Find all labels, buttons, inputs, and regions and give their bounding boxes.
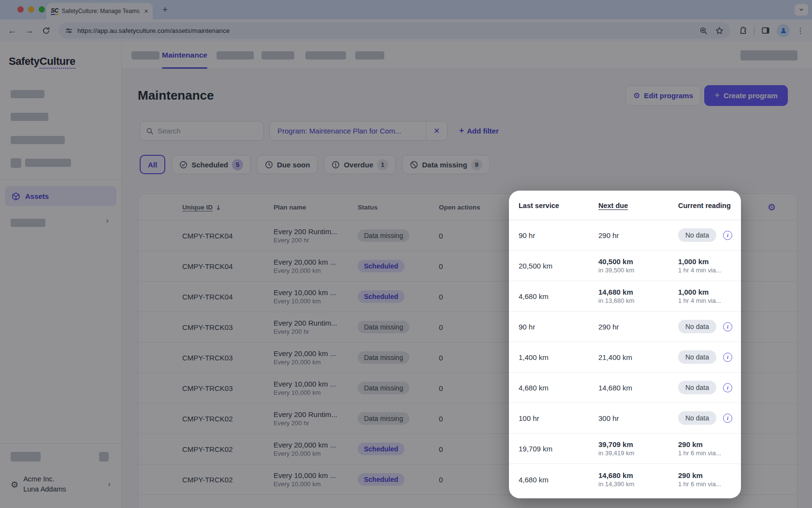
next-due-value: 40,500 km — [598, 257, 634, 266]
reading-value: 1,000 km — [678, 257, 732, 266]
no-data-badge: No data — [678, 320, 716, 333]
panel-row[interactable]: 19,709 km 39,709 km in 39,419 km 290 km … — [509, 433, 741, 464]
browser-window: SC SafetyCulture: Manage Teams and... × … — [0, 0, 812, 508]
no-data-badge: No data — [678, 350, 716, 364]
last-service-value: 4,680 km — [519, 475, 549, 483]
last-service-value: 90 hr — [519, 231, 535, 239]
next-due-cell: 290 hr — [598, 322, 619, 331]
panel-row[interactable]: 20,500 km 40,500 km in 39,500 km 1,000 k… — [509, 251, 741, 281]
current-reading-cell: No data i — [678, 350, 732, 364]
next-due-remaining: in 14,390 km — [598, 479, 634, 488]
reading-value: 1,000 km — [678, 287, 732, 297]
no-data-badge: No data — [678, 411, 716, 425]
info-icon[interactable]: i — [723, 414, 732, 423]
current-reading-cell: 290 km 1 hr 6 min via... — [678, 440, 732, 458]
panel-row[interactable]: 1,400 km 21,400 km No data i — [509, 342, 741, 373]
current-reading-cell: No data i — [678, 381, 732, 394]
reading-value: 290 km — [678, 440, 732, 449]
next-due-cell: 14,680 km in 13,680 km — [598, 287, 634, 305]
current-reading-cell: 1,000 km 1 hr 4 min via... — [678, 287, 732, 305]
last-service-value: 100 hr — [519, 414, 539, 422]
last-service-value: 19,709 km — [519, 445, 552, 453]
next-due-remaining: in 13,680 km — [598, 297, 634, 305]
next-due-cell: 39,709 km in 39,419 km — [598, 440, 634, 458]
column-header-next-due[interactable]: Next due — [598, 191, 628, 220]
next-due-value: 290 hr — [598, 231, 619, 240]
info-icon[interactable]: i — [723, 322, 732, 331]
current-reading-cell: 290 km 1 hr 6 min via... — [678, 470, 732, 488]
reading-columns-spotlight-panel: Last service Next due Current reading 90… — [509, 191, 741, 498]
next-due-cell: 14,680 km — [598, 383, 632, 392]
panel-header: Last service Next due Current reading — [509, 191, 741, 220]
column-header-last-service[interactable]: Last service — [519, 191, 559, 220]
info-icon[interactable]: i — [723, 383, 732, 392]
last-service-value: 4,680 km — [519, 384, 549, 392]
reading-value: 290 km — [678, 470, 732, 479]
reading-source: 1 hr 4 min via... — [678, 297, 732, 305]
next-due-value: 14,680 km — [598, 470, 634, 479]
info-icon[interactable]: i — [723, 353, 732, 362]
last-service-value: 90 hr — [519, 323, 535, 331]
panel-row[interactable]: 90 hr 290 hr No data i — [509, 312, 741, 342]
no-data-badge: No data — [678, 381, 716, 394]
panel-row[interactable]: 90 hr 290 hr No data i — [509, 220, 741, 251]
info-icon[interactable]: i — [723, 231, 732, 240]
next-due-cell: 300 hr — [598, 414, 619, 423]
next-due-value: 300 hr — [598, 414, 619, 423]
next-due-remaining: in 39,419 km — [598, 449, 634, 458]
next-due-value: 21,400 km — [598, 353, 632, 362]
current-reading-cell: No data i — [678, 228, 732, 242]
next-due-cell: 40,500 km in 39,500 km — [598, 257, 634, 275]
last-service-value: 4,680 km — [519, 292, 549, 300]
panel-row[interactable]: 100 hr 300 hr No data i — [509, 403, 741, 433]
next-due-cell: 290 hr — [598, 231, 619, 240]
next-due-value: 39,709 km — [598, 440, 634, 449]
panel-row[interactable]: 4,680 km 14,680 km in 13,680 km 1,000 km… — [509, 281, 741, 312]
no-data-badge: No data — [678, 228, 716, 242]
current-reading-cell: No data i — [678, 320, 732, 333]
next-due-value: 290 hr — [598, 322, 619, 331]
panel-body: 90 hr 290 hr No data i 20,500 km 40,500 … — [509, 220, 741, 494]
next-due-remaining: in 39,500 km — [598, 266, 634, 275]
next-due-cell: 14,680 km in 14,390 km — [598, 470, 634, 488]
reading-source: 1 hr 4 min via... — [678, 266, 732, 275]
panel-row[interactable]: 4,680 km 14,680 km No data i — [509, 373, 741, 403]
last-service-value: 20,500 km — [519, 262, 552, 270]
next-due-value: 14,680 km — [598, 287, 634, 297]
last-service-value: 1,400 km — [519, 353, 549, 361]
reading-source: 1 hr 6 min via... — [678, 479, 732, 488]
column-header-current-reading[interactable]: Current reading — [678, 191, 731, 220]
next-due-value: 14,680 km — [598, 383, 632, 392]
current-reading-cell: 1,000 km 1 hr 4 min via... — [678, 257, 732, 275]
panel-row[interactable]: 4,680 km 14,680 km in 14,390 km 290 km 1… — [509, 464, 741, 494]
current-reading-cell: No data i — [678, 411, 732, 425]
reading-source: 1 hr 6 min via... — [678, 449, 732, 458]
next-due-cell: 21,400 km — [598, 353, 632, 362]
